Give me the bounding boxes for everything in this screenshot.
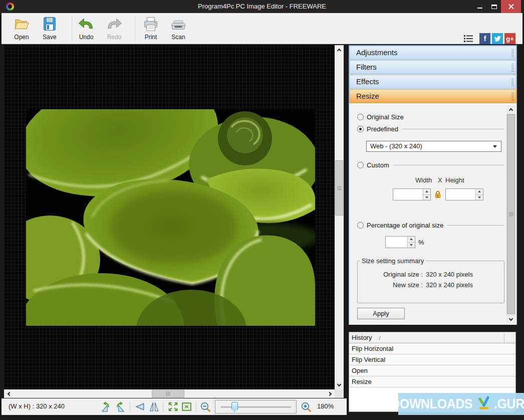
maximize-button[interactable] [487, 0, 501, 13]
undo-button[interactable]: Undo [73, 16, 99, 43]
grip-icon [511, 92, 514, 101]
panel-scroll-down-icon[interactable] [506, 315, 515, 324]
rotate-right-icon[interactable] [114, 400, 126, 413]
scroll-left-icon[interactable] [4, 389, 13, 398]
zoom-slider[interactable] [215, 400, 297, 413]
watermark-text-right: .GURU [494, 396, 524, 412]
section-filters[interactable]: Filters [349, 60, 516, 74]
history-item-flip-horizontal[interactable]: Flip Horizontal [349, 343, 515, 354]
original-size-radio[interactable]: Original Size [357, 113, 404, 121]
new-size-row-label: New size : [358, 281, 423, 289]
flip-vertical-icon[interactable] [148, 400, 160, 413]
radio-icon[interactable] [357, 222, 364, 229]
save-button[interactable]: Save [37, 16, 63, 43]
aspect-lock-icon[interactable] [434, 190, 442, 199]
minimize-button[interactable] [473, 0, 487, 13]
google-plus-icon[interactable]: g+ [504, 33, 515, 44]
app-window: Program4Pc PC Image Editor - FREEWARE Op… [0, 0, 524, 420]
size-summary-title: Size setting summary [360, 257, 426, 265]
undo-arrow-icon [78, 16, 95, 33]
section-filters-label: Filters [356, 63, 377, 71]
menu-list-icon[interactable] [463, 34, 473, 44]
height-increment-icon[interactable] [476, 189, 483, 195]
size-summary-group: Size setting summary Original size : 320… [357, 257, 504, 303]
canvas-horizontal-scrollbar[interactable] [4, 389, 335, 398]
close-button[interactable] [501, 0, 521, 13]
print-button-label: Print [145, 34, 157, 41]
zoom-out-icon[interactable] [200, 401, 211, 412]
scan-button[interactable]: Scan [165, 16, 191, 43]
watermark-text-left: DOWNLOADS [391, 396, 472, 412]
panel-scroll-up-icon[interactable] [506, 105, 515, 114]
flip-horizontal-icon[interactable] [134, 400, 146, 413]
section-effects[interactable]: Effects [349, 75, 516, 89]
canvas-vertical-scrollbar[interactable] [335, 45, 344, 389]
percentage-radio[interactable]: Percentage of original size [357, 222, 503, 229]
predefined-size-value: Web - (320 x 240) [370, 142, 422, 150]
section-resize-label: Resize [356, 92, 379, 100]
scroll-down-icon[interactable] [335, 380, 344, 389]
save-button-label: Save [43, 34, 56, 41]
download-arrow-icon [476, 396, 491, 412]
horizontal-scroll-thumb[interactable] [152, 390, 184, 397]
radio-checked-icon[interactable] [357, 126, 364, 132]
grip-icon [511, 78, 514, 86]
custom-radio[interactable]: Custom [357, 161, 503, 169]
percentage-increment-icon[interactable] [408, 237, 415, 243]
panel-scroll-thumb[interactable] [507, 114, 515, 314]
divider [447, 225, 503, 226]
toolbar-separator [135, 16, 135, 41]
radio-icon[interactable] [357, 162, 364, 168]
vertical-scroll-thumb[interactable] [335, 160, 343, 216]
close-icon [508, 4, 514, 10]
actual-size-icon[interactable] [167, 400, 179, 413]
facebook-icon[interactable]: f [479, 33, 490, 44]
section-resize[interactable]: Resize [349, 89, 516, 103]
apply-button[interactable]: Apply [357, 308, 405, 319]
height-input[interactable] [446, 189, 475, 200]
zoom-in-icon[interactable] [301, 401, 312, 412]
toolbar: Open Save Undo Redo Print [2, 13, 522, 44]
width-input[interactable] [393, 189, 423, 200]
downloads-guru-watermark: DOWNLOADS .GURU [398, 393, 524, 415]
resize-panel: Original Size Predefined Web - (320 x 24… [349, 104, 516, 325]
history-item-resize[interactable]: Resize [349, 376, 515, 387]
scan-button-label: Scan [171, 34, 185, 41]
height-decrement-icon[interactable] [476, 195, 483, 200]
print-button[interactable]: Print [138, 16, 164, 43]
twitter-icon[interactable] [492, 33, 503, 44]
rotate-left-icon[interactable] [100, 400, 112, 413]
redo-button[interactable]: Redo [101, 16, 127, 43]
redo-arrow-icon [106, 16, 123, 33]
predefined-radio[interactable]: Predefined [357, 125, 503, 133]
divider [402, 129, 503, 129]
zoom-slider-track[interactable] [220, 406, 291, 408]
zoom-slider-thumb[interactable] [231, 402, 238, 412]
scroll-up-icon[interactable] [335, 45, 344, 54]
panel-scrollbar[interactable] [506, 105, 515, 324]
width-increment-icon[interactable] [423, 189, 430, 195]
section-adjustments[interactable]: Adjustments [349, 46, 516, 60]
history-item-flip-vertical[interactable]: Flip Vertical [349, 354, 515, 365]
history-item-open[interactable]: Open [349, 365, 515, 376]
history-header[interactable]: History/ [349, 332, 515, 343]
open-button-label: Open [14, 34, 29, 41]
open-folder-icon [13, 16, 30, 33]
column-divider [504, 333, 504, 342]
custom-label: Custom [367, 161, 389, 169]
minimize-icon [477, 8, 482, 9]
sort-indicator-icon: / [379, 335, 380, 341]
image-canvas[interactable] [4, 45, 344, 398]
predefined-size-select[interactable]: Web - (320 x 240) [366, 141, 501, 152]
zoom-level-text: 180% [317, 402, 334, 410]
percentage-input[interactable] [386, 237, 407, 248]
radio-icon[interactable] [357, 114, 364, 120]
original-size-label: Original Size [367, 113, 404, 121]
fit-to-window-icon[interactable] [180, 400, 193, 413]
history-title: History [352, 334, 372, 341]
width-decrement-icon[interactable] [423, 195, 430, 200]
percentage-decrement-icon[interactable] [408, 243, 415, 248]
social-links: f g+ [463, 33, 515, 44]
scroll-right-icon[interactable] [326, 389, 335, 398]
open-button[interactable]: Open [9, 16, 35, 43]
